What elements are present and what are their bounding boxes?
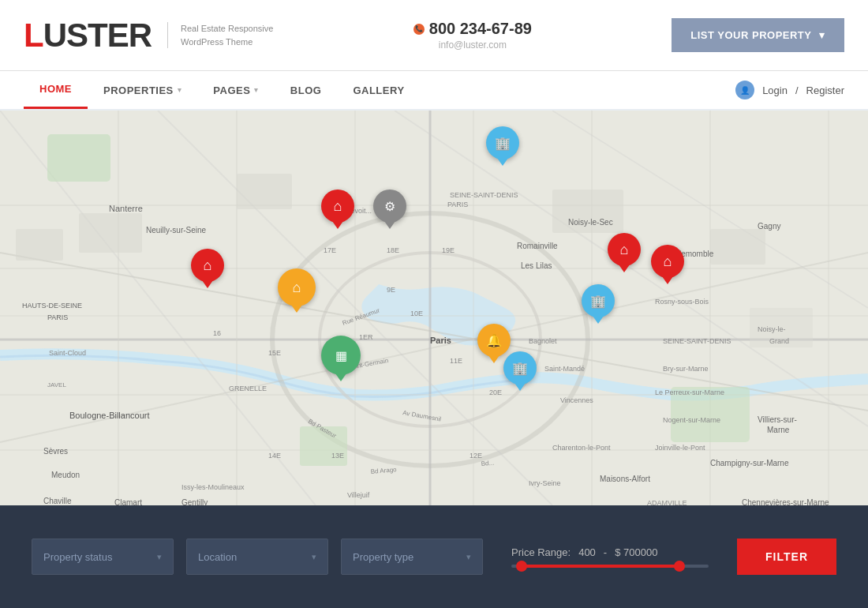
map-background: Nanterre Neuilly-sur-Seine HAUTS-DE-SEIN… [0,111,868,505]
nav-item-pages[interactable]: PAGES ▾ [197,71,275,109]
logo-rest: USTER [43,17,152,54]
map-pin-7[interactable]: ⌂ [651,245,684,278]
chevron-down-icon: ▾ [254,86,259,94]
svg-text:Chennevières-sur-Marne: Chennevières-sur-Marne [742,498,829,505]
svg-text:Issy-les-Moulineaux: Issy-les-Moulineaux [181,483,245,491]
svg-text:PARIS: PARIS [447,201,468,208]
property-status-label: Property status [43,551,112,563]
map-pin-5[interactable]: ⌂ [278,268,316,306]
svg-text:1ER: 1ER [359,333,373,341]
nav-item-properties[interactable]: PROPERTIES ▾ [88,71,197,109]
price-min: 400 [578,546,596,558]
phone-icon: 📞 [413,24,425,35]
svg-text:Noisy-le-: Noisy-le- [758,325,786,333]
map-pin-8[interactable]: 🏢 [582,284,615,317]
property-status-select[interactable]: Property status ▾ [32,539,174,575]
user-icon: 👤 [735,81,754,99]
svg-text:Charenton-le-Pont: Charenton-le-Pont [552,444,611,452]
price-slider-thumb-max[interactable] [674,561,685,572]
svg-text:Romainville: Romainville [517,242,558,250]
nav-item-home[interactable]: HOME [24,71,88,109]
svg-text:Neuilly-sur-Seine: Neuilly-sur-Seine [146,226,207,235]
phone-number: 📞 800 234-67-89 [413,20,532,38]
map-pin-3[interactable]: ⚙ [373,190,406,223]
svg-text:Boulogne-Billancourt: Boulogne-Billancourt [69,411,150,420]
svg-text:Maisons-Alfort: Maisons-Alfort [600,475,650,483]
svg-text:11E: 11E [450,357,462,365]
svg-text:Saint-Cloud: Saint-Cloud [49,349,86,357]
svg-text:Gentilly: Gentilly [181,498,208,505]
svg-text:Paris: Paris [430,336,451,345]
svg-text:JAVEL: JAVEL [47,381,66,388]
svg-text:18E: 18E [387,246,399,254]
svg-text:17E: 17E [324,246,336,254]
site-logo: LUSTER [24,17,152,54]
register-link[interactable]: Register [806,84,844,96]
svg-text:20E: 20E [489,388,502,396]
chevron-down-icon: ▾ [466,552,471,562]
property-type-label: Property type [353,551,413,563]
map-pin-2[interactable]: ⌂ [321,190,354,223]
svg-text:SEINE-SAINT-DENIS: SEINE-SAINT-DENIS [663,337,731,345]
svg-text:Ivry-Seine: Ivry-Seine [529,479,561,487]
header-email: info@luster.com [439,39,507,51]
map-pin-1[interactable]: ⌂ [191,249,224,282]
svg-text:12E: 12E [470,452,482,460]
svg-text:Bry-sur-Marne: Bry-sur-Marne [663,365,709,373]
svg-text:Noisy-le-Sec: Noisy-le-Sec [568,218,613,227]
price-range-container: Price Range: 400 - $ 700000 [496,546,724,568]
svg-text:ADAMVILLE: ADAMVILLE [647,499,687,505]
svg-text:Bagnolet: Bagnolet [529,337,557,345]
map-pin-4[interactable]: 🏢 [486,126,519,160]
svg-rect-26 [16,229,63,261]
map-pin-6[interactable]: ⌂ [608,233,641,266]
svg-text:19E: 19E [442,246,455,254]
price-range-label: Price Range: 400 - $ 700000 [511,546,709,558]
svg-text:Nanterre: Nanterre [109,204,143,213]
price-slider-thumb-min[interactable] [516,561,527,572]
nav-item-gallery[interactable]: GALLERY [337,71,420,109]
svg-text:Joinville-le-Pont: Joinville-le-Pont [655,444,705,452]
filter-bar: Property status ▾ Location ▾ Property ty… [0,505,868,608]
svg-text:9E: 9E [387,286,395,294]
price-separator: - [604,546,607,558]
svg-text:16: 16 [213,329,221,337]
location-label: Location [198,551,237,563]
nav-item-blog[interactable]: BLOG [275,71,338,109]
chevron-down-icon: ▾ [178,86,182,94]
svg-text:GRENELLE: GRENELLE [229,385,267,392]
svg-rect-30 [710,229,765,265]
separator: / [795,84,799,96]
map-pin-11[interactable]: 🏢 [503,351,537,385]
svg-text:Nogent-sur-Marne: Nogent-sur-Marne [663,416,720,424]
chevron-down-icon: ▾ [312,552,316,562]
svg-rect-28 [237,174,292,209]
svg-text:Villiers-sur-: Villiers-sur- [758,415,797,424]
svg-text:Rosny-sous-Bois: Rosny-sous-Bois [655,298,709,306]
svg-text:14E: 14E [268,452,281,460]
login-link[interactable]: Login [762,84,788,96]
svg-text:Champigny-sur-Marne: Champigny-sur-Marne [710,459,789,467]
svg-text:HAUTS-DE-SEINE: HAUTS-DE-SEINE [22,302,82,310]
chevron-down-icon: ▾ [157,552,162,562]
svg-text:Grand: Grand [769,337,789,345]
price-slider-track[interactable] [511,565,709,568]
svg-text:Clamart: Clamart [114,498,142,505]
svg-text:Les Lilas: Les Lilas [521,261,552,270]
svg-rect-27 [79,213,142,253]
price-slider-fill [522,565,679,568]
logo-tagline: Real Estate Responsive WordPress Theme [167,22,273,48]
svg-text:SEINE-SAINT-DENIS: SEINE-SAINT-DENIS [450,191,518,199]
svg-text:10E: 10E [410,310,423,317]
svg-text:Marne: Marne [767,426,790,434]
svg-text:Chaville: Chaville [43,497,72,505]
svg-text:Gagny: Gagny [758,222,780,231]
svg-text:Bd...: Bd... [481,460,494,467]
list-property-button[interactable]: LIST YOUR PROPERTY ▾ [672,18,844,52]
svg-text:15E: 15E [268,349,281,357]
location-select[interactable]: Location ▾ [186,539,328,575]
map-pin-9[interactable]: ▦ [321,336,361,375]
header: LUSTER Real Estate Responsive WordPress … [0,0,868,71]
filter-button[interactable]: FILTER [737,539,836,575]
property-type-select[interactable]: Property type ▾ [341,539,483,575]
